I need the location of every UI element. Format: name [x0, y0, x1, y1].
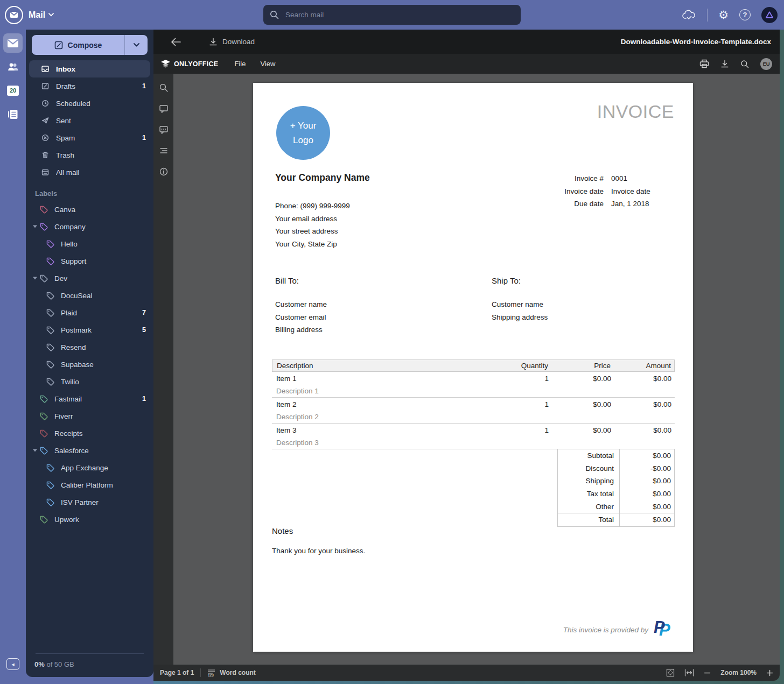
sidebar-label-fiverr[interactable]: Fiverr — [26, 407, 153, 425]
sidebar-item-scheduled[interactable]: Scheduled — [26, 95, 153, 112]
sidebar-label-support[interactable]: Support — [26, 252, 153, 270]
footer-text: This invoice is provided by — [563, 626, 648, 634]
sidebar-label-upwork[interactable]: Upwork — [26, 511, 153, 528]
sidebar-item-drafts[interactable]: Drafts 1 — [26, 77, 153, 95]
tag-icon — [40, 412, 48, 420]
sidebar-label-isv-partner[interactable]: ISV Partner — [26, 493, 153, 511]
calendar-day: 20 — [7, 86, 19, 96]
search-icon — [270, 10, 279, 19]
tag-icon — [40, 274, 48, 283]
invoice-title: INVOICE — [597, 101, 674, 122]
print-icon[interactable] — [699, 59, 709, 68]
collapse-triangle-icon[interactable] — [33, 224, 37, 229]
bottom-edge — [153, 681, 780, 684]
tag-icon — [40, 516, 48, 524]
tag-icon — [46, 343, 54, 351]
storage-indicator[interactable]: 0% of 50 GB — [26, 653, 153, 677]
sidebar-label-hello[interactable]: Hello — [26, 235, 153, 252]
topbar-divider — [707, 9, 708, 22]
doc-search-icon[interactable] — [159, 83, 169, 93]
document-filename: Downloadable-Word-Invoice-Template.docx — [621, 38, 771, 46]
collapse-triangle-icon[interactable] — [33, 276, 37, 280]
viewer-user-avatar[interactable]: EU — [760, 58, 772, 70]
collapse-sidebar-icon[interactable]: ◂ — [6, 658, 19, 670]
collapse-triangle-icon[interactable] — [33, 448, 37, 453]
sidebar-item-trash[interactable]: Trash — [26, 146, 153, 164]
company-logo-placeholder: + YourLogo — [276, 106, 330, 160]
headings-navigation-icon[interactable] — [159, 146, 169, 156]
search-bar[interactable] — [263, 5, 521, 25]
tag-icon — [46, 361, 54, 369]
svg-text:123: 123 — [208, 673, 214, 677]
sidebar-label-plaid[interactable]: Plaid 7 — [26, 304, 153, 321]
cloud-sync-icon[interactable] — [682, 10, 696, 20]
all-mail-icon — [41, 168, 50, 177]
menu-view[interactable]: View — [260, 60, 275, 68]
topbar: Mail ⚙ ? — [0, 0, 784, 30]
viewer-status-bar: Page 1 of 1 123 Word count Zoom 100% — [153, 665, 780, 681]
rail-contacts-icon[interactable] — [3, 57, 23, 76]
comments-icon[interactable] — [159, 104, 169, 114]
sidebar-item-inbox[interactable]: Inbox — [29, 60, 150, 77]
sidebar-label-app-exchange[interactable]: App Exchange — [26, 459, 153, 476]
sidebar-label-postmark[interactable]: Postmark 5 — [26, 321, 153, 339]
find-icon[interactable] — [740, 60, 749, 68]
settings-gear-icon[interactable]: ⚙ — [718, 9, 729, 20]
about-info-icon[interactable] — [159, 167, 169, 177]
notes-body: Thank you for your business. — [272, 547, 365, 555]
viewer-left-toolbar — [153, 74, 173, 665]
table-row-description: Description 1 — [272, 385, 675, 398]
sidebar-label-resend[interactable]: Resend — [26, 339, 153, 356]
sidebar-label-receipts[interactable]: Receipts — [26, 425, 153, 442]
search-input[interactable] — [284, 10, 514, 19]
proton-mail-logo-icon[interactable] — [5, 6, 23, 24]
sidebar-label-docuseal[interactable]: DocuSeal — [26, 287, 153, 304]
back-arrow-icon[interactable] — [171, 38, 181, 46]
rail-calendar-icon[interactable]: 20 — [3, 81, 23, 100]
help-icon[interactable]: ? — [739, 9, 751, 20]
invoice-page: + YourLogo INVOICE Your Company Name Pho… — [253, 83, 693, 652]
zoom-in-icon[interactable] — [766, 669, 773, 676]
tag-icon — [46, 481, 54, 489]
rail-mail-icon[interactable] — [3, 33, 23, 53]
sidebar-label-salesforce[interactable]: Salesforce — [26, 442, 153, 459]
status-divider — [200, 668, 201, 677]
tag-icon — [46, 326, 54, 334]
table-row-description: Description 3 — [272, 436, 675, 449]
sidebar-label-caliber-platform[interactable]: Caliber Platform — [26, 476, 153, 493]
fit-width-icon[interactable] — [684, 669, 694, 676]
sidebar-item-sent[interactable]: Sent — [26, 112, 153, 129]
sidebar-label-canva[interactable]: Canva — [26, 201, 153, 218]
zoom-out-icon[interactable] — [704, 669, 711, 676]
app-name[interactable]: Mail — [29, 10, 45, 20]
rail-notes-icon[interactable] — [3, 104, 23, 124]
sidebar-item-all-mail[interactable]: All mail — [26, 164, 153, 181]
page-indicator: Page 1 of 1 — [160, 669, 194, 676]
word-count-button[interactable]: 123 Word count — [207, 669, 255, 677]
fit-page-icon[interactable] — [666, 668, 675, 677]
tag-icon — [46, 309, 54, 317]
tag-icon — [40, 395, 48, 403]
inbox-icon — [41, 65, 50, 73]
grand-total-row: Total$0.00 — [557, 513, 675, 527]
sidebar-label-fastmail[interactable]: Fastmail 1 — [26, 390, 153, 407]
document-canvas[interactable]: + YourLogo INVOICE Your Company Name Pho… — [173, 74, 780, 665]
chat-icon[interactable] — [159, 125, 169, 135]
sidebar-label-dev[interactable]: Dev — [26, 270, 153, 287]
tag-icon — [46, 257, 54, 265]
menu-file[interactable]: File — [234, 60, 246, 68]
trash-icon — [41, 151, 50, 159]
compose-button[interactable]: Compose — [32, 35, 148, 55]
onlyoffice-toolbar: ONLYOFFICE File View EU — [153, 54, 780, 74]
notes-heading: Notes — [272, 526, 293, 535]
items-table: Description Quantity Price Amount Item 1… — [272, 359, 675, 449]
download-file-icon[interactable] — [720, 60, 729, 68]
sidebar-label-company[interactable]: Company — [26, 218, 153, 235]
sidebar-label-twilio[interactable]: Twilio — [26, 373, 153, 390]
account-avatar[interactable] — [761, 7, 778, 23]
download-button[interactable]: Download — [209, 38, 255, 46]
sidebar-item-spam[interactable]: Spam 1 — [26, 129, 153, 146]
compose-dropdown-button[interactable] — [124, 35, 148, 55]
app-switcher-chevron-icon[interactable] — [48, 13, 54, 17]
sidebar-label-supabase[interactable]: Supabase — [26, 356, 153, 373]
